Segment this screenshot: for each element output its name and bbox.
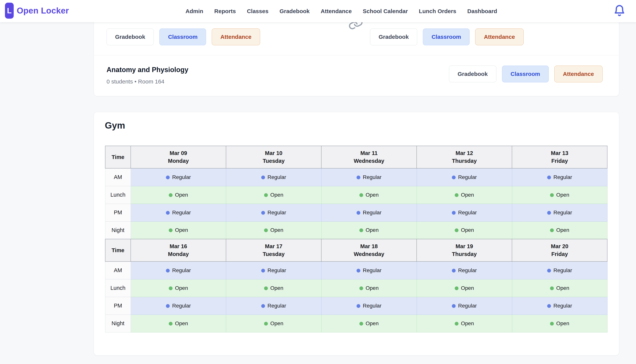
slot-cell-open[interactable]: Open	[512, 186, 607, 204]
schedule-row-night: NightOpenOpenOpenOpenOpen	[105, 221, 607, 239]
bell-icon[interactable]	[613, 4, 626, 17]
nav-item-reports[interactable]: Reports	[214, 8, 236, 14]
time-slot-label: PM	[105, 297, 131, 314]
slot-cell-open[interactable]: Open	[512, 279, 607, 297]
nav-item-dashboard[interactable]: Dashboard	[467, 8, 497, 14]
slot-cell-open[interactable]: Open	[226, 186, 321, 204]
slot-cell-regular[interactable]: Regular	[131, 204, 226, 221]
classroom-button[interactable]: Classroom	[159, 28, 206, 45]
slot-status-text: Regular	[553, 268, 572, 273]
open-status-dot	[264, 286, 268, 290]
slot-status-text: Regular	[268, 210, 286, 216]
slot-cell-regular[interactable]: Regular	[321, 168, 417, 186]
nav-item-attendance[interactable]: Attendance	[321, 8, 352, 14]
slot-cell-open[interactable]: Open	[512, 221, 607, 239]
slot-status-text: Open	[461, 192, 474, 198]
slot-cell-open[interactable]: Open	[417, 221, 512, 239]
class-meta: 0 students • Room 164	[107, 78, 164, 85]
gym-schedule-table: TimeMar 09MondayMar 10TuesdayMar 11Wedne…	[105, 146, 607, 332]
gradebook-button[interactable]: Gradebook	[449, 66, 496, 82]
regular-status-dot	[452, 176, 456, 179]
slot-cell-open[interactable]: Open	[321, 314, 417, 332]
nav-item-gradebook[interactable]: Gradebook	[279, 8, 310, 14]
day-header-cell: Mar 12Thursday	[417, 146, 512, 168]
slot-cell-regular[interactable]: Regular	[512, 168, 607, 186]
slot-cell-open[interactable]: Open	[226, 221, 321, 239]
slot-cell-open[interactable]: Open	[131, 279, 226, 297]
classroom-button[interactable]: Classroom	[502, 66, 549, 82]
slot-status-text: Regular	[458, 303, 477, 309]
slot-cell-regular[interactable]: Regular	[226, 262, 321, 279]
slot-cell-regular[interactable]: Regular	[417, 262, 512, 279]
slot-cell-regular[interactable]: Regular	[321, 204, 417, 221]
slot-cell-regular[interactable]: Regular	[131, 168, 226, 186]
slot-status-text: Open	[366, 192, 379, 198]
slot-cell-regular[interactable]: Regular	[512, 204, 607, 221]
slot-cell-open[interactable]: Open	[131, 186, 226, 204]
slot-cell-regular[interactable]: Regular	[226, 168, 321, 186]
day-header-cell: Mar 19Thursday	[417, 239, 512, 262]
regular-status-dot	[357, 304, 360, 308]
time-slot-label: AM	[105, 262, 131, 279]
slot-cell-open[interactable]: Open	[321, 221, 417, 239]
slot-cell-open[interactable]: Open	[512, 314, 607, 332]
slot-status-text: Regular	[363, 174, 381, 180]
slot-cell-open[interactable]: Open	[226, 279, 321, 297]
slot-cell-regular[interactable]: Regular	[417, 168, 512, 186]
slot-cell-regular[interactable]: Regular	[321, 297, 417, 314]
attendance-button[interactable]: Attendance	[475, 28, 523, 45]
slot-status-text: Regular	[172, 303, 191, 309]
app-logo[interactable]: L Open Locker	[5, 3, 69, 19]
gradebook-button[interactable]: Gradebook	[107, 28, 154, 45]
slot-cell-open[interactable]: Open	[417, 279, 512, 297]
slot-cell-open[interactable]: Open	[321, 279, 417, 297]
class-actions-right: Gradebook Classroom Attendance	[370, 28, 523, 45]
slot-cell-open[interactable]: Open	[417, 314, 512, 332]
slot-cell-open[interactable]: Open	[321, 186, 417, 204]
slot-cell-regular[interactable]: Regular	[131, 297, 226, 314]
slot-cell-regular[interactable]: Regular	[226, 204, 321, 221]
regular-status-dot	[166, 211, 170, 215]
slot-status-text: Regular	[458, 268, 477, 273]
time-header-cell: Time	[105, 146, 131, 168]
slot-status-text: Regular	[553, 210, 572, 216]
slot-status-text: Regular	[458, 174, 477, 180]
time-slot-label: Lunch	[105, 186, 131, 204]
slot-cell-open[interactable]: Open	[417, 186, 512, 204]
attendance-button[interactable]: Attendance	[554, 66, 602, 82]
slot-status-text: Regular	[458, 210, 477, 216]
class-actions-left: Gradebook Classroom Attendance	[107, 28, 260, 45]
slot-cell-open[interactable]: Open	[226, 314, 321, 332]
slot-status-text: Open	[175, 320, 188, 326]
slot-status-text: Regular	[363, 303, 381, 309]
slot-cell-open[interactable]: Open	[131, 314, 226, 332]
regular-status-dot	[166, 176, 170, 179]
slot-cell-open[interactable]: Open	[131, 221, 226, 239]
slot-cell-regular[interactable]: Regular	[226, 297, 321, 314]
regular-status-dot	[357, 269, 360, 272]
slot-cell-regular[interactable]: Regular	[321, 262, 417, 279]
slot-cell-regular[interactable]: Regular	[512, 262, 607, 279]
slot-cell-regular[interactable]: Regular	[417, 297, 512, 314]
regular-status-dot	[452, 304, 456, 308]
regular-status-dot	[547, 269, 551, 272]
day-header-cell: Mar 17Tuesday	[226, 239, 321, 262]
slot-cell-regular[interactable]: Regular	[131, 262, 226, 279]
classroom-button[interactable]: Classroom	[423, 28, 469, 45]
nav-item-classes[interactable]: Classes	[247, 8, 268, 14]
slot-cell-regular[interactable]: Regular	[417, 204, 512, 221]
open-status-dot	[455, 193, 458, 197]
attendance-button[interactable]: Attendance	[212, 28, 260, 45]
nav-item-admin[interactable]: Admin	[186, 8, 203, 14]
slot-status-text: Open	[461, 320, 474, 326]
gradebook-button[interactable]: Gradebook	[370, 28, 417, 45]
nav-item-school-calendar[interactable]: School Calendar	[363, 8, 408, 14]
open-status-dot	[264, 228, 268, 232]
slot-cell-regular[interactable]: Regular	[512, 297, 607, 314]
schedule-header-row: TimeMar 09MondayMar 10TuesdayMar 11Wedne…	[105, 146, 607, 168]
schedule-row-pm: PMRegularRegularRegularRegularRegular	[105, 204, 607, 221]
regular-status-dot	[547, 176, 551, 179]
slot-status-text: Open	[556, 192, 569, 198]
schedule-row-night: NightOpenOpenOpenOpenOpen	[105, 314, 607, 332]
nav-item-lunch-orders[interactable]: Lunch Orders	[419, 8, 456, 14]
